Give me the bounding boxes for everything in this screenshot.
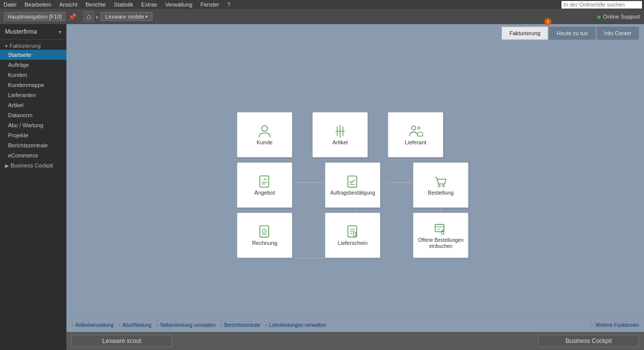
search-input[interactable] [561,1,642,9]
sidebar-section-fakturierung[interactable]: ▾ Fakturierung [0,40,66,50]
bestellung-icon [433,173,449,190]
angebot-icon [257,173,273,190]
card-offene-bestellungen[interactable]: Offene Bestellungen einbuchen [413,213,468,258]
weitere-funktionen-label[interactable]: Weitere Funktionen [595,322,639,328]
breadcrumb-mobile[interactable]: Lexware mobile ▾ [101,12,152,21]
artikel-icon [332,123,348,139]
footer-link-abo-wartung[interactable]: Abo/Wartung [119,322,152,328]
card-offene-bestellungen-label: Offene Bestellungen einbuchen [414,237,468,249]
svg-point-10 [412,126,416,130]
lieferant-icon [408,123,424,139]
menu-berichte[interactable]: Berichte [84,2,107,8]
footer-link-lohnleistungen[interactable]: Lohnleistungen verwalten [265,322,326,328]
card-artikel[interactable]: Artikel [312,112,368,157]
footer-link-nebenleistung[interactable]: Nebenleistung verwalten [156,322,215,328]
sidebar-item-startseite[interactable]: Startseite [0,50,66,60]
sidebar-item-abo-wartung[interactable]: Abo / Wartung [0,120,66,130]
company-header[interactable]: Musterfirma ▾ [0,24,66,40]
diagram-area: Kunde Artikel [66,42,644,318]
menu-extras[interactable]: Extras [140,2,158,8]
auftragsbestaetigung-icon [345,174,361,190]
sidebar-item-kundenmappe[interactable]: Kundenmappe [0,80,66,90]
breadcrumb: ⌂ ▸ Lexware mobile ▾ [84,11,153,22]
svg-rect-19 [260,226,269,237]
sidebar-item-projekte[interactable]: Projekte [0,130,66,140]
card-lieferant-label: Lieferant [405,139,427,146]
toolbar-left: Hauptnavigation [F10] 📌 [4,12,76,21]
online-support-label: Online Support [603,14,640,20]
sidebar-item-artikel[interactable]: Artikel [0,100,66,110]
sidebar-item-auftraege[interactable]: Aufträge [0,60,66,70]
bottom-bar: Lexware scout Business Cockpit [66,332,644,350]
company-chevron: ▾ [59,29,61,35]
tab-info-center[interactable]: Info Center [597,27,639,40]
card-lieferschein[interactable]: Lieferschein [325,213,380,258]
company-name: Musterfirma [5,28,37,35]
business-cockpit-button[interactable]: Business Cockpit [538,335,639,347]
menu-bar: Datei Bearbeiten Ansicht Berichte Statis… [0,0,644,9]
breadcrumb-separator: ▸ [96,14,99,20]
sidebar-item-business-cockpit[interactable]: ▶ Business Cockpit [0,160,66,170]
menu-ansicht[interactable]: Ansicht [58,2,79,8]
menu-verwaltung[interactable]: Verwaltung [164,2,194,8]
offene-bestellungen-icon [433,221,449,237]
sidebar-item-ecommerce[interactable]: eCommerce [0,150,66,160]
online-support-area[interactable]: ● Online Support [597,13,640,21]
svg-point-11 [418,127,420,130]
card-rechnung-label: Rechnung [252,240,277,246]
svg-point-18 [443,185,445,187]
sidebar-item-kunden[interactable]: Kunden [0,70,66,80]
card-auftragsbestaetigung[interactable]: Auftragsbestätigung [325,162,380,208]
lexware-scout-button[interactable]: Lexware scout [71,335,172,347]
kunde-icon [257,123,273,139]
mobile-dropdown-icon: ▾ [145,14,148,19]
bc-expand-icon: ▶ [5,163,9,168]
rechnung-icon [257,224,273,240]
menu-statistik[interactable]: Statistik [112,2,135,8]
home-button[interactable]: ⌂ [84,11,95,22]
footer: Artikelverwaltung Abo/Wartung Nebenleist… [66,318,644,332]
card-kunde-label: Kunde [257,139,273,146]
card-lieferant[interactable]: Lieferant [388,112,443,157]
card-artikel-label: Artikel [333,139,348,146]
sidebar-item-lieferanten[interactable]: Lieferanten [0,90,66,100]
card-angebot-label: Angebot [255,190,275,196]
tab-bar: Fakturierung Heute zu tun 2 Info Center [66,24,644,42]
nav-label[interactable]: Hauptnavigation [F10] [4,12,65,21]
card-lieferschein-label: Lieferschein [338,240,367,246]
section-label: Fakturierung [10,43,41,49]
content-area: Fakturierung Heute zu tun 2 Info Center [66,24,644,350]
tab-heute-label: Heute zu tun [556,30,588,36]
sidebar-item-berichtszentrale[interactable]: Berichtszentrale [0,140,66,150]
online-support-icon: ● [597,13,601,21]
notification-badge: 2 [544,18,551,25]
lieferschein-icon [345,224,361,240]
pin-icon[interactable]: 📌 [68,13,76,21]
card-rechnung[interactable]: Rechnung [237,213,292,258]
sidebar: Musterfirma ▾ ▾ Fakturierung Startseite … [0,24,66,350]
card-auftragsbestaetigung-label: Auftragsbestätigung [331,190,375,196]
weitere-icon: ○ [590,322,593,328]
mobile-label: Lexware mobile [105,14,144,20]
main-layout: Musterfirma ▾ ▾ Fakturierung Startseite … [0,24,644,350]
tab-heute-zu-tun[interactable]: Heute zu tun 2 [549,27,595,40]
footer-link-artikelverwaltung[interactable]: Artikelverwaltung [71,322,114,328]
svg-point-17 [438,185,440,187]
tab-fakturierung[interactable]: Fakturierung [502,27,548,40]
menu-help[interactable]: ? [226,2,232,8]
card-angebot[interactable]: Angebot [237,162,292,208]
sidebar-item-datanorm[interactable]: Datanorm [0,110,66,120]
menu-fenster[interactable]: Fenster [199,2,220,8]
card-kunde[interactable]: Kunde [237,112,292,157]
bc-label: Business Cockpit [11,162,53,168]
section-expand-icon: ▾ [5,43,8,49]
menu-datei[interactable]: Datei [2,2,18,8]
footer-right: ○ Weitere Funktionen [590,322,639,328]
menubar-search-area [561,1,642,9]
card-bestellung-label: Bestellung [428,190,453,196]
svg-rect-12 [260,176,269,187]
diagram-container: Kunde Artikel [209,84,501,276]
menu-bearbeiten[interactable]: Bearbeiten [23,2,53,8]
footer-link-berichtszentrale[interactable]: Berichtszentrale [220,322,260,328]
card-bestellung[interactable]: Bestellung [413,162,468,208]
